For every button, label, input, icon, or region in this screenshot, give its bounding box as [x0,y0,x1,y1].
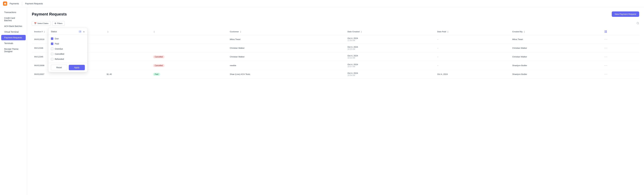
col-date-paid[interactable]: Date Paid ▲▼ [435,29,510,35]
cell-actions[interactable]: ··· [602,53,639,61]
page-header: Payment Requests New Payment Request [32,12,639,17]
filter-option-overdue[interactable]: Overdue [48,46,87,51]
date-paid-value: – [437,64,438,67]
col-created-by[interactable]: Created By ▲▼ [510,29,602,35]
checkbox-due[interactable] [51,38,53,40]
cell-status [150,35,228,44]
status-badge: Cancelled [153,64,164,67]
cell-created-by: Shaelynn Buttler [510,70,602,79]
app-logo [3,2,7,6]
sort-arrows-date-created: ▲▼ [361,31,362,33]
nav-payments[interactable]: Payments [10,3,19,5]
grid-icon[interactable] [604,31,607,33]
date-paid-value: – [437,38,438,41]
table-row: INV12345 Cancelled Christian Walker Oct … [32,53,639,61]
filters-button[interactable]: ⚙ Filters [52,21,65,26]
chevron-up-icon[interactable]: ▲ [83,31,85,33]
select-dates-label: Select Dates [38,22,48,25]
svg-line-1 [638,24,639,24]
search-icon[interactable] [636,22,639,25]
more-options-button[interactable]: ··· [604,38,608,41]
sidebar-item-transactions[interactable]: Transactions [1,10,26,15]
sidebar-label-transactions: Transactions [4,11,16,14]
filter-label-due: Due [55,38,59,40]
checkbox-refunded[interactable] [51,58,53,60]
cell-actions[interactable]: ··· [602,70,639,79]
status-badge: Paid [153,73,160,76]
cell-date-paid: – [435,44,510,53]
col-date-created[interactable]: Date Created ▲▼ [345,29,435,35]
checkbox-overdue[interactable] [51,48,53,50]
sidebar-item-virtual-terminal[interactable]: Virtual Terminal [1,29,26,35]
layout: Transactions Credit Card Batches ACH Ban… [0,7,644,195]
cell-date-paid: Oct 4, 2024 [435,70,510,79]
filter-label-paid: Paid [55,43,59,45]
cell-status [150,44,228,53]
filter-actions: Reset Apply [48,63,87,70]
main-content: Payment Requests New Payment Request 📅 S… [27,7,644,195]
cell-date-created: Oct 4, 2024 10:04 AM [345,70,435,79]
table-wrapper: Invoice # ▲▼ ▲▼ ▲▼ Customer ▲▼ [32,29,639,79]
filters-label: Filters [57,22,62,25]
checkbox-cancelled[interactable] [51,53,53,55]
apply-button[interactable]: Apply [69,65,85,70]
date-paid-value: Oct 4, 2024 [437,73,508,75]
cell-customer: Mitva Tiwari [228,35,345,44]
sidebar-label-ach-bank-batches: ACH Bank Batches [4,25,22,27]
sort-arrows-status: ▲▼ [154,31,155,33]
more-options-button[interactable]: ··· [604,73,608,76]
cell-actions[interactable]: ··· [602,61,639,70]
sort-arrows-date-paid: ▲▼ [447,31,448,33]
nav-payment-requests[interactable]: Payment Requests [25,3,43,5]
cell-created-by: Mitva Tiwari [510,35,602,44]
sidebar-item-payment-requests[interactable]: Payment Requests [1,35,26,40]
select-dates-button[interactable]: 📅 Select Dates [32,21,51,26]
more-options-button[interactable]: ··· [604,55,608,58]
cell-date-paid: – [435,61,510,70]
sidebar-item-terminals[interactable]: Terminals [1,41,26,46]
status-badge: Cancelled [153,55,164,58]
filter-label-cancelled: Cancelled [55,53,64,55]
col-amount[interactable]: ▲▼ [104,29,150,35]
col-status[interactable]: ▲▼ [150,29,228,35]
cell-customer: Shae (Live) ACH Tests [228,70,345,79]
cell-status: Cancelled [150,53,228,61]
cell-date-created: Oct 4, 2024 10:25 AM [345,44,435,53]
checkbox-paid[interactable] [51,43,53,45]
svg-rect-5 [606,32,606,33]
cell-created-by: Shaelynn Buttler [510,61,602,70]
cell-date-paid: – [435,53,510,61]
page-title: Payment Requests [32,12,67,17]
new-payment-request-button[interactable]: New Payment Request [612,12,639,17]
cell-actions[interactable]: ··· [602,44,639,53]
filter-icon: ⚙ [54,22,56,25]
more-options-button[interactable]: ··· [604,47,608,50]
filter-option-paid[interactable]: Paid [48,41,87,46]
cell-status: Cancelled [150,61,228,70]
sidebar-item-receipt-theme-designer[interactable]: Receipt Theme Designer [1,46,26,54]
top-nav: Payments Payment Requests [0,0,644,7]
calendar-icon: 📅 [34,22,36,25]
sidebar-label-receipt-theme-designer: Receipt Theme Designer [4,48,23,53]
date-paid-value: – [437,56,438,58]
cell-date-created: Oct 4, 2024 11:00 AM [345,35,435,44]
sidebar-item-credit-card-batches[interactable]: Credit Card Batches [1,15,26,23]
table-row: INV013018 Mitva Tiwari Oct 4, 2024 11:00… [32,35,639,44]
filter-option-due[interactable]: Due [48,36,87,41]
filter-dropdown: Status 2 ▲ Due Paid Overdue [48,28,87,72]
filter-label-refunded: Refunded [55,58,64,60]
cell-amount [104,44,150,53]
cell-date-created: Oct 4, 2024 10:07 AM [345,61,435,70]
cell-actions[interactable]: ··· [602,35,639,44]
payment-requests-table: Invoice # ▲▼ ▲▼ ▲▼ Customer ▲▼ [32,29,639,79]
sidebar-item-ach-bank-batches[interactable]: ACH Bank Batches [1,24,26,29]
col-grid[interactable] [602,29,639,35]
filter-option-refunded[interactable]: Refunded [48,57,87,62]
svg-rect-3 [606,31,606,31]
col-customer[interactable]: Customer ▲▼ [228,29,345,35]
filter-option-cancelled[interactable]: Cancelled [48,51,87,57]
date-paid-value: – [437,47,438,49]
filter-title: Status [51,30,57,33]
more-options-button[interactable]: ··· [604,64,608,67]
reset-button[interactable]: Reset [51,65,67,70]
